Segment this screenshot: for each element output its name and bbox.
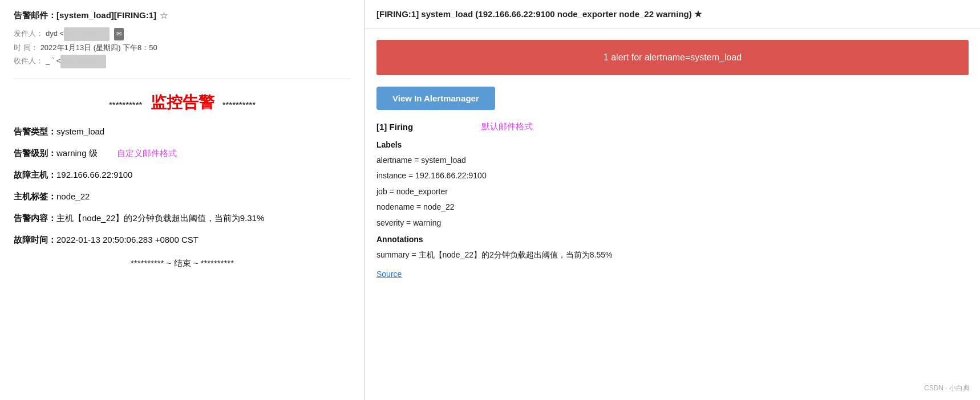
to-name: _ ` < [46,56,60,65]
headline-text: 监控告警 [151,93,214,111]
from-email: @qq.com> [64,27,110,41]
source-link[interactable]: Source [376,270,402,279]
right-panel-title: [FIRING:1] system_load (192.166.66.22:91… [365,0,980,28]
footer-row: ********** ~ 结束 ~ ********** [14,258,351,269]
label-3: 主机标签： [14,191,56,201]
label-job: job = node_exporter [376,185,969,198]
to-email: @qq.com> [60,55,106,68]
main-container: 告警邮件：[system_load][FIRING:1] ☆ 发件人：dyd <… [0,0,980,400]
csdn-watermark: CSDN · 小白典 [924,383,970,393]
stars-right: ********** [222,100,256,109]
firing-section: [1] Firing 默认邮件格式 Labels alertname = sys… [365,121,980,290]
headline-row: ********** 监控告警 ********** [14,92,351,113]
custom-format-label: 自定义邮件格式 [117,148,177,158]
from-row: 发件人：dyd <@qq.com> ✉ [14,27,351,41]
label-5: 故障时间： [14,235,56,244]
annotation-summary: summary = 主机【node_22】的2分钟负载超出阈值，当前为8.55% [376,248,969,261]
subject-text: 告警邮件：[system_load][FIRING:1] [14,10,156,21]
labels-header: Labels [376,140,969,149]
value-3: node_22 [56,191,90,201]
label-1: 告警级别： [14,148,56,158]
alert-banner: 1 alert for alertname=system_load [376,40,969,75]
email-meta: 发件人：dyd <@qq.com> ✉ 时 间：2022年1月13日 (星期四)… [14,27,351,68]
label-severity: severity = warning [376,217,969,229]
firing-header-text: [1] Firing [376,122,413,132]
info-row-3: 主机标签：node_22 [14,190,351,203]
info-row-1: 告警级别：warning 级 自定义邮件格式 [14,146,351,160]
alert-banner-text: 1 alert for alertname=system_load [604,52,742,62]
from-name: dyd < [46,29,64,38]
from-label: 发件人： [14,29,43,38]
email-subject: 告警邮件：[system_load][FIRING:1] ☆ [14,10,351,21]
star-icon[interactable]: ☆ [160,10,168,21]
time-label: 时 间： [14,43,38,52]
footer-text: ********** ~ 结束 ~ ********** [131,258,234,268]
label-instance: instance = 192.166.66.22:9100 [376,169,969,182]
value-0: system_load [56,126,104,136]
value-5: 2022-01-13 20:50:06.283 +0800 CST [56,235,199,244]
value-2: 192.166.66.22:9100 [56,170,132,179]
default-format-label: 默认邮件格式 [481,121,533,132]
label-4: 告警内容： [14,213,56,223]
label-0: 告警类型： [14,126,56,136]
annotations-header: Annotations [376,235,969,244]
label-2: 故障主机： [14,170,56,179]
stars-left: ********** [109,100,142,109]
time-value: 2022年1月13日 (星期四) 下午8：50 [41,43,157,52]
info-row-4: 告警内容：主机【node_22】的2分钟负载超出阈值，当前为9.31% [14,211,351,225]
email-icon[interactable]: ✉ [114,28,124,40]
email-body: ********** 监控告警 ********** 告警类型：system_l… [14,86,351,275]
time-row: 时 间：2022年1月13日 (星期四) 下午8：50 [14,41,351,54]
label-nodename: nodename = node_22 [376,201,969,213]
value-1: warning 级 [56,148,98,158]
left-panel: 告警邮件：[system_load][FIRING:1] ☆ 发件人：dyd <… [0,0,365,400]
right-panel: [FIRING:1] system_load (192.166.66.22:91… [365,0,980,400]
info-row-2: 故障主机：192.166.66.22:9100 [14,168,351,182]
divider [14,79,351,79]
info-row-5: 故障时间：2022-01-13 20:50:06.283 +0800 CST [14,233,351,247]
value-4: 主机【node_22】的2分钟负载超出阈值，当前为9.31% [56,213,264,223]
view-in-alertmanager-button[interactable]: View In Alertmanager [376,87,495,110]
to-row: 收件人：_ ` <@qq.com> [14,54,351,68]
label-alertname: alertname = system_load [376,154,969,166]
firing-header: [1] Firing 默认邮件格式 [376,121,969,132]
info-row-0: 告警类型：system_load [14,125,351,138]
to-label: 收件人： [14,56,43,65]
